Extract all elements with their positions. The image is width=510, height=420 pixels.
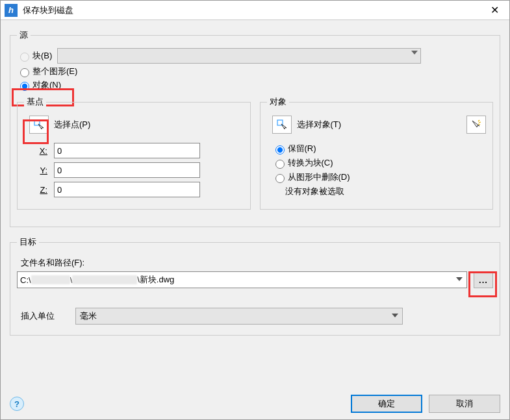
radio-whole-drawing[interactable] bbox=[20, 68, 29, 77]
destination-legend: 目标 bbox=[17, 236, 39, 248]
block-name-combo[interactable] bbox=[57, 48, 421, 64]
radio-delete-label: 从图形中删除(D) bbox=[288, 171, 350, 183]
browse-button[interactable]: ... bbox=[474, 271, 493, 288]
path-prefix: C:\ bbox=[20, 275, 31, 285]
window-title: 保存块到磁盘 bbox=[21, 5, 480, 16]
pick-point-button[interactable] bbox=[29, 116, 49, 134]
chevron-down-icon bbox=[392, 314, 398, 317]
radio-objects[interactable] bbox=[20, 82, 29, 91]
basepoint-legend: 基点 bbox=[24, 96, 46, 108]
chevron-down-icon bbox=[456, 277, 463, 281]
z-label: Z: bbox=[33, 185, 47, 195]
objects-fieldset: 对象 选择对象(T) 保留(R) bbox=[260, 96, 494, 210]
units-combo[interactable]: 毫米 bbox=[75, 308, 403, 325]
units-label: 插入单位 bbox=[21, 310, 55, 322]
path-redacted-2 bbox=[72, 275, 137, 284]
y-label: Y: bbox=[33, 166, 47, 175]
radio-objects-label: 对象(N) bbox=[32, 79, 61, 91]
radio-convert-label: 转换为块(C) bbox=[288, 157, 333, 169]
selection-status: 没有对象被选取 bbox=[285, 186, 487, 197]
x-label: X: bbox=[33, 146, 47, 156]
source-legend: 源 bbox=[17, 29, 31, 41]
radio-block[interactable] bbox=[20, 53, 29, 62]
y-input[interactable] bbox=[54, 162, 200, 178]
source-fieldset: 源 块(B) 整个图形(E) 对象(N) 基点 bbox=[10, 29, 500, 227]
radio-block-label: 块(B) bbox=[32, 50, 52, 62]
cancel-button[interactable]: 取消 bbox=[429, 395, 500, 413]
x-input[interactable] bbox=[54, 143, 200, 158]
select-objects-label: 选择对象(T) bbox=[297, 119, 342, 130]
quick-select-button[interactable] bbox=[466, 116, 486, 134]
basepoint-fieldset: 基点 选择点(P) X: Y: bbox=[17, 96, 251, 210]
radio-delete[interactable] bbox=[275, 174, 285, 183]
radio-retain-label: 保留(R) bbox=[288, 143, 316, 154]
destination-fieldset: 目标 文件名和路径(F): C:\ \ \新块.dwg ... 插入单位 毫米 bbox=[10, 236, 500, 336]
path-label: 文件名和路径(F): bbox=[21, 257, 493, 269]
help-button[interactable]: ? bbox=[10, 397, 24, 411]
z-input[interactable] bbox=[54, 182, 200, 197]
units-value: 毫米 bbox=[80, 310, 97, 322]
radio-convert[interactable] bbox=[275, 160, 285, 169]
path-suffix: \新块.dwg bbox=[137, 274, 174, 286]
objects-legend: 对象 bbox=[267, 96, 289, 108]
radio-whole-label: 整个图形(E) bbox=[32, 66, 77, 77]
close-button[interactable]: ✕ bbox=[480, 1, 509, 20]
path-redacted-1 bbox=[31, 275, 70, 284]
select-objects-button[interactable] bbox=[272, 116, 292, 134]
radio-retain[interactable] bbox=[275, 145, 285, 154]
app-icon: h bbox=[5, 4, 18, 17]
path-combo[interactable]: C:\ \ \新块.dwg bbox=[17, 271, 467, 288]
ok-button[interactable]: 确定 bbox=[351, 395, 422, 413]
pick-point-label: 选择点(P) bbox=[54, 119, 90, 130]
